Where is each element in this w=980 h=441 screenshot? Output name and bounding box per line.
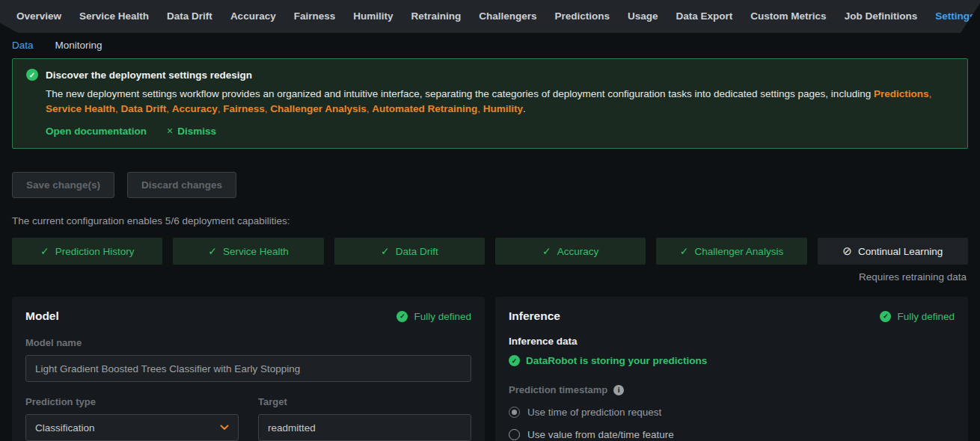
banner-link-data-drift[interactable]: Data Drift [121, 103, 167, 114]
settings-subnav: Data Monitoring [0, 34, 980, 56]
banner-link-humility[interactable]: Humility [483, 103, 523, 114]
prediction-type-select[interactable]: Classification [25, 414, 239, 441]
inference-data-label: Inference data [509, 336, 955, 347]
inference-card-title: Inference [509, 309, 560, 323]
open-documentation-link[interactable]: Open documentation [46, 126, 147, 137]
check-icon: ✓ [542, 245, 551, 257]
banner-link-accuracy[interactable]: Accuracy [172, 103, 218, 114]
banner-title: Discover the deployment settings redesig… [46, 70, 252, 81]
model-status-badge: ✓ Fully defined [396, 311, 471, 322]
tab-fairness[interactable]: Fairness [285, 0, 345, 33]
check-circle-icon: ✓ [396, 311, 408, 322]
capability-chips: ✓ Prediction History ✓ Service Health ✓ … [12, 238, 968, 265]
chip-challenger-analysis: ✓ Challenger Analysis [656, 238, 806, 265]
model-card-title: Model [25, 309, 59, 323]
radio-button-icon [509, 407, 520, 418]
tab-challengers[interactable]: Challengers [470, 0, 545, 33]
radio-use-prediction-request-time[interactable]: Use time of prediction request [509, 407, 955, 418]
banner-link-automated-retraining[interactable]: Automated Retraining [372, 103, 477, 114]
tab-overview[interactable]: Overview [7, 0, 70, 33]
close-icon: × [167, 125, 173, 137]
capabilities-summary: The current configuration enables 5/6 de… [12, 215, 968, 226]
check-circle-icon: ✓ [509, 355, 520, 366]
subtab-monitoring[interactable]: Monitoring [55, 40, 102, 51]
target-input[interactable]: readmitted [258, 414, 471, 441]
tab-service-health[interactable]: Service Health [70, 0, 158, 33]
radio-button-icon [509, 429, 520, 440]
model-card: Model ✓ Fully defined Model name Light G… [12, 297, 485, 441]
banner-body: The new deployment settings workflow pro… [46, 87, 936, 117]
save-changes-button[interactable]: Save change(s) [12, 172, 114, 198]
dismiss-banner-link[interactable]: ×Dismiss [167, 125, 216, 137]
subtab-data[interactable]: Data [12, 40, 34, 51]
check-icon: ✓ [680, 245, 689, 257]
chevron-down-icon [220, 425, 229, 431]
tab-custom-metrics[interactable]: Custom Metrics [741, 0, 835, 33]
continual-learning-note: Requires retraining data [12, 271, 968, 283]
model-name-label: Model name [25, 337, 471, 348]
chip-service-health: ✓ Service Health [173, 238, 323, 265]
check-icon: ✓ [381, 245, 390, 257]
tab-humility[interactable]: Humility [344, 0, 402, 33]
inference-status-badge: ✓ Fully defined [880, 311, 955, 322]
model-name-input[interactable]: Light Gradient Boosted Trees Classifier … [25, 355, 471, 382]
tab-usage[interactable]: Usage [619, 0, 667, 33]
check-icon: ✓ [208, 245, 217, 257]
deployment-tab-bar: Overview Service Health Data Drift Accur… [0, 0, 980, 33]
prediction-type-label: Prediction type [25, 396, 239, 407]
tab-data-drift[interactable]: Data Drift [158, 0, 221, 33]
target-label: Target [258, 396, 471, 407]
check-circle-icon: ✓ [880, 311, 891, 322]
tab-accuracy[interactable]: Accuracy [221, 0, 285, 33]
chip-accuracy: ✓ Accuracy [495, 238, 646, 265]
tab-retraining[interactable]: Retraining [402, 0, 470, 33]
chip-data-drift: ✓ Data Drift [334, 238, 485, 265]
banner-body-intro: The new deployment settings workflow pro… [46, 88, 874, 99]
tab-job-definitions[interactable]: Job Definitions [836, 0, 927, 33]
banner-link-fairness[interactable]: Fairness [223, 103, 265, 114]
redesign-announcement-banner: ✓ Discover the deployment settings redes… [12, 58, 968, 149]
check-circle-icon: ✓ [26, 69, 38, 81]
inference-card: Inference ✓ Fully defined Inference data… [495, 297, 968, 441]
settings-toolbar: Save change(s) Discard changes [12, 172, 968, 198]
tab-settings[interactable]: Settings [926, 0, 980, 33]
banner-link-challenger-analysis[interactable]: Challenger Analysis [270, 103, 367, 114]
tab-data-export[interactable]: Data Export [667, 0, 742, 33]
radio-use-datetime-feature[interactable]: Use value from date/time feature [509, 429, 955, 440]
info-icon[interactable]: i [613, 385, 624, 395]
check-icon: ✓ [40, 245, 49, 257]
prediction-timestamp-label: Prediction timestamp i [509, 384, 955, 395]
tab-predictions[interactable]: Predictions [546, 0, 619, 33]
blocked-icon: ⊘ [842, 244, 852, 258]
banner-link-predictions[interactable]: Predictions [874, 88, 929, 99]
chip-prediction-history: ✓ Prediction History [12, 238, 162, 265]
discard-changes-button[interactable]: Discard changes [127, 172, 236, 198]
storing-predictions-status: ✓ DataRobot is storing your predictions [509, 355, 955, 366]
banner-link-service-health[interactable]: Service Health [46, 103, 115, 114]
chip-continual-learning: ⊘ Continual Learning [818, 238, 968, 265]
